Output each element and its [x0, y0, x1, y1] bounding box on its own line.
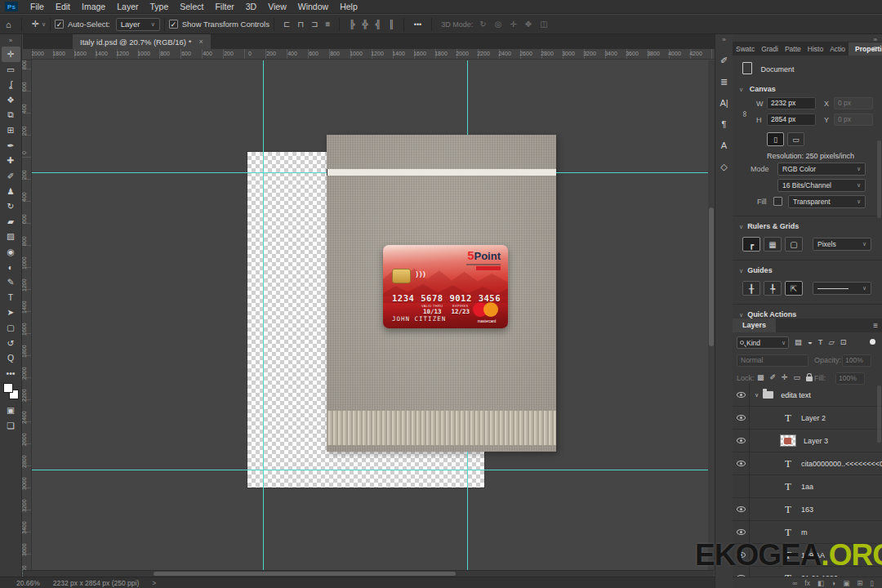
close-icon[interactable]: ×: [198, 38, 203, 46]
portrait-orientation-button[interactable]: ▯: [767, 132, 784, 146]
filter-toggle-icon[interactable]: [870, 339, 875, 345]
layer-row[interactable]: ∨ T 1aa: [733, 475, 882, 498]
vertical-guide[interactable]: [467, 60, 468, 135]
rectangle-tool[interactable]: ▢: [2, 320, 20, 336]
lasso-tool[interactable]: ʆ: [2, 77, 20, 92]
auto-select-mode-dropdown[interactable]: Layer∨: [116, 18, 160, 31]
guides-section-header[interactable]: ∨Guides: [733, 266, 882, 274]
menu-item[interactable]: Help: [334, 0, 363, 13]
distribute-icon[interactable]: ╬: [362, 20, 368, 29]
panel-tab[interactable]: Histo: [804, 42, 826, 56]
distribute-icon[interactable]: ╣: [376, 20, 381, 29]
healing-brush-tool[interactable]: ✚: [2, 153, 20, 168]
lock-guides-button[interactable]: ╄: [764, 281, 782, 296]
history-brush-tool[interactable]: ↻: [2, 198, 20, 214]
show-transform-checkbox[interactable]: ✓: [169, 20, 178, 29]
menu-item[interactable]: Layer: [111, 0, 144, 13]
blur-tool[interactable]: ◉: [2, 244, 20, 260]
color-swatches[interactable]: [2, 383, 20, 403]
layer-mask-icon[interactable]: ◧: [817, 579, 824, 587]
delete-layer-icon[interactable]: ▯: [870, 579, 874, 587]
toggle-rulers-button[interactable]: ┏: [742, 237, 760, 252]
adjustment-layer-icon[interactable]: ◑: [831, 579, 835, 587]
height-field[interactable]: 2854 px: [767, 114, 816, 126]
pen-tool[interactable]: ✎: [2, 274, 20, 290]
toggle-pixel-grid-button[interactable]: ▢: [785, 237, 803, 252]
align-icon[interactable]: ⊐: [311, 20, 318, 29]
lock-option-icon[interactable]: ▭: [794, 373, 801, 381]
distribute-icon[interactable]: ╠: [349, 20, 354, 29]
credit-card-image[interactable]: ))) 5Point 1234567890123456 VALID THRU 1…: [383, 245, 508, 328]
panel-tab[interactable]: Swatc: [733, 42, 758, 56]
eraser-tool[interactable]: ▰: [2, 214, 20, 229]
type-tool[interactable]: T: [2, 290, 20, 305]
horizontal-scrollbar[interactable]: [23, 570, 714, 577]
layer-row[interactable]: ∨ T edita text: [733, 384, 882, 407]
distribute-icon[interactable]: ║: [389, 20, 394, 29]
layer-group-icon[interactable]: ▣: [843, 579, 849, 587]
expand-panels-icon[interactable]: »: [722, 36, 725, 43]
filter-smart-objects-icon[interactable]: ⊡: [840, 337, 847, 346]
dodge-tool[interactable]: ◐: [2, 259, 20, 274]
gradient-tool[interactable]: ▨: [2, 229, 20, 244]
quick-mask-button[interactable]: ▣: [2, 403, 20, 418]
layer-visibility-toggle[interactable]: [733, 430, 750, 452]
group-caret-icon[interactable]: ∨: [755, 392, 759, 399]
crop-tool[interactable]: ⧉: [2, 107, 20, 122]
fill-dropdown[interactable]: Transparent∨: [788, 195, 866, 208]
menu-item[interactable]: Image: [76, 0, 111, 13]
landscape-orientation-button[interactable]: ▭: [787, 132, 804, 146]
ruler-units-dropdown[interactable]: Pixels∨: [813, 238, 871, 251]
panel-tab[interactable]: Actio: [826, 42, 849, 56]
color-mode-dropdown[interactable]: RGB Color∨: [777, 163, 866, 176]
layer-filter-dropdown[interactable]: Kind ∨: [737, 336, 789, 349]
rulers-grids-section-header[interactable]: ∨Rulers & Grids: [733, 222, 882, 230]
layer-row[interactable]: ∨ T cita0000000..<<<<<<<<0 d: [733, 452, 882, 475]
glyphs-panel-icon[interactable]: A: [715, 135, 733, 156]
scrollbar-thumb[interactable]: [154, 572, 456, 576]
link-layers-icon[interactable]: ∞: [792, 579, 797, 587]
width-field[interactable]: 2232 px: [767, 97, 816, 109]
lock-all-icon[interactable]: [806, 376, 813, 381]
foreground-color-swatch[interactable]: [3, 383, 13, 393]
panel-menu-icon[interactable]: ≡: [873, 44, 878, 53]
quick-actions-section-header[interactable]: ∨Quick Actions: [733, 310, 882, 318]
filter-adjustment-layers-icon[interactable]: ◒: [808, 337, 813, 346]
new-layer-icon[interactable]: ⊞: [857, 579, 862, 587]
lock-option-icon[interactable]: ▩: [757, 373, 764, 381]
toggle-guides-button[interactable]: ╂: [742, 281, 760, 296]
vertical-ruler[interactable]: 8006004002000200400600800100012001400160…: [21, 60, 32, 577]
libraries-panel-icon[interactable]: ◇: [715, 156, 733, 177]
layers-menu-icon[interactable]: ≡: [873, 321, 878, 330]
filter-type-layers-icon[interactable]: T: [818, 337, 823, 346]
brushes-panel-icon[interactable]: ≣: [715, 71, 733, 92]
zoom-tool[interactable]: Q: [2, 350, 20, 366]
edit-toolbar[interactable]: •••: [2, 365, 20, 381]
horizontal-guide[interactable]: [32, 172, 327, 173]
brush-tool[interactable]: ✐: [2, 168, 20, 184]
toggle-grid-button[interactable]: ▦: [764, 237, 782, 252]
scrollbar-thumb[interactable]: [709, 207, 714, 346]
properties-scrollbar[interactable]: [877, 140, 881, 218]
lock-option-icon[interactable]: ✛: [782, 373, 788, 381]
tab-layers[interactable]: Layers: [733, 318, 776, 332]
vertical-scrollbar[interactable]: [708, 60, 715, 570]
collapse-toolbar-icon[interactable]: »: [9, 34, 12, 47]
layer-row[interactable]: ∨ T Layer 3: [733, 430, 882, 452]
layers-scrollbar[interactable]: [877, 385, 881, 443]
document-tab[interactable]: Italy id.psd @ 20.7% (RGB/16) * ×: [73, 34, 211, 49]
clone-stamp-tool[interactable]: ♟: [2, 183, 20, 198]
menu-item[interactable]: Select: [174, 0, 209, 13]
clear-guides-button[interactable]: ⇱: [785, 281, 803, 296]
object-selection-tool[interactable]: ❖: [2, 92, 20, 108]
fill-checkbox[interactable]: [773, 197, 782, 206]
link-dimensions-icon[interactable]: ∞: [741, 111, 750, 117]
align-icon[interactable]: ≡: [326, 20, 331, 29]
panel-tab[interactable]: Gradi: [758, 42, 782, 56]
horizontal-ruler[interactable]: 2000180016001400120010008006004002000200…: [32, 49, 715, 60]
menu-item[interactable]: Edit: [50, 0, 76, 13]
layer-row[interactable]: ∨ T Layer 2: [733, 407, 882, 430]
zoom-level[interactable]: 20.66%: [16, 579, 40, 587]
horizontal-guide[interactable]: [32, 470, 709, 470]
menu-item[interactable]: File: [24, 0, 50, 13]
